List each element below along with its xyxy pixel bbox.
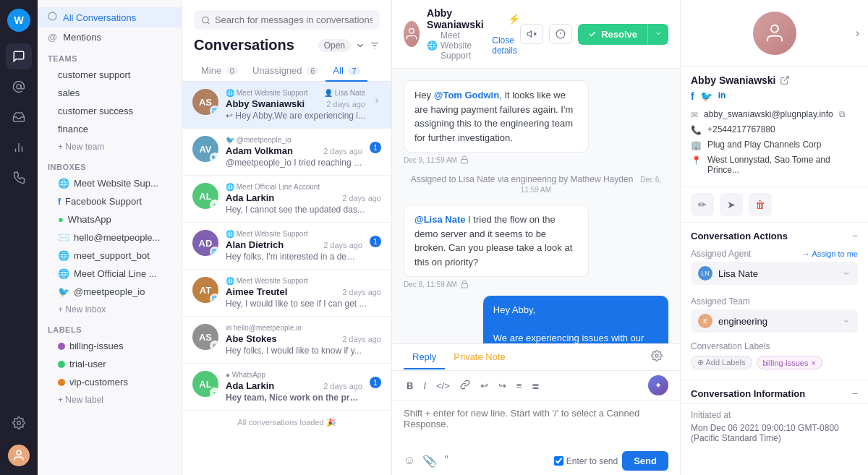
labels-section-title: Labels <box>38 318 182 337</box>
conv-item-ada-wa[interactable]: AL ● ● WhatsApp Ada Larkin 2 days ago He… <box>182 364 391 411</box>
search-bar[interactable] <box>194 10 380 30</box>
sidebar-inbox-website[interactable]: 🌐 Meet Website Sup... <box>38 174 182 192</box>
undo-button[interactable]: ↩ <box>477 379 491 393</box>
bold-button[interactable]: B <box>404 379 416 393</box>
sidebar-team-customer-success[interactable]: customer success <box>38 102 182 120</box>
sidebar-label-billing[interactable]: billing-issues <box>38 337 182 355</box>
external-link-icon[interactable] <box>780 75 790 85</box>
attachment-icon[interactable]: 📎 <box>422 454 437 468</box>
nav-mentions[interactable] <box>6 74 32 100</box>
assign-to-me-link[interactable]: → Assign to me <box>802 249 858 258</box>
sidebar-inbox-twitter[interactable]: 🐦 @meetpeople_io <box>38 283 182 301</box>
sidebar-label-trial[interactable]: trial-user <box>38 355 182 373</box>
sidebar-all-conversations[interactable]: All Conversations <box>38 7 182 27</box>
sidebar-team-sales[interactable]: sales <box>38 84 182 102</box>
new-team-button[interactable]: + New team <box>38 138 182 155</box>
filter-icon[interactable] <box>370 40 380 51</box>
team-dropdown-icon <box>842 317 851 325</box>
nav-campaigns[interactable] <box>6 165 32 191</box>
team-avatar: E <box>698 314 712 328</box>
status-open-badge[interactable]: Open <box>318 39 351 52</box>
svg-marker-13 <box>527 31 531 37</box>
sidebar-team-finance[interactable]: finance <box>38 120 182 138</box>
contact-email-row: ✉ abby_swaniawski@plugnplay.info ⧉ <box>691 109 858 120</box>
info-button[interactable] <box>549 24 572 44</box>
reply-options-icon[interactable] <box>645 344 668 370</box>
resolve-button[interactable]: Resolve <box>578 24 647 45</box>
link-button[interactable] <box>457 378 473 393</box>
team-select[interactable]: E engineering <box>691 309 858 333</box>
conv-content-adam: 🐦 @meetpeople_io Adam Volkman 2 days ago… <box>226 136 362 168</box>
conv-name-ada-line: Ada Larkin <box>226 192 274 203</box>
conv-item-ada-line[interactable]: AL ● 🌐 Meet Official Line Account Ada La… <box>182 176 391 223</box>
reply-tab-reply[interactable]: Reply <box>404 346 445 369</box>
right-panel-collapse[interactable]: › <box>856 27 859 40</box>
tab-unassigned[interactable]: Unassigned 6 <box>245 61 326 82</box>
new-label-button[interactable]: + New label <box>38 391 182 408</box>
reply-footer-icons: ☺ 📎 " <box>404 454 448 468</box>
sidebar-inbox-bot[interactable]: 🌐 meet_support_bot <box>38 247 182 265</box>
add-labels-button[interactable]: ⊕ Add Labels <box>691 356 752 369</box>
sidebar-label-vip[interactable]: vip-customers <box>38 373 182 391</box>
app-logo[interactable]: W <box>7 9 30 32</box>
svg-rect-20 <box>461 284 467 288</box>
conv-item-aimee[interactable]: AT 🌐 🌐 Meet Website Support Aimee Treute… <box>182 270 391 317</box>
conv-name-aimee: Aimee Treutel <box>226 286 287 297</box>
conv-info-toggle[interactable]: − <box>852 388 858 399</box>
linkedin-social-icon[interactable]: in <box>718 90 726 102</box>
twitter-social-icon[interactable]: 🐦 <box>700 90 712 102</box>
svg-point-0 <box>17 85 21 89</box>
agent-select[interactable]: LN Lisa Nate <box>691 262 858 285</box>
code-button[interactable]: </> <box>433 379 453 393</box>
conv-unread-ada-wa: 1 <box>370 377 381 388</box>
tab-all[interactable]: All 7 <box>326 61 367 82</box>
quote-icon[interactable]: " <box>444 454 448 468</box>
italic-button[interactable]: I <box>420 379 429 393</box>
conv-name-alan: Alan Dietrich <box>226 239 284 250</box>
bullet-list-button[interactable]: ≡ <box>514 379 525 393</box>
close-details-link[interactable]: Close details <box>492 35 520 56</box>
sidebar-mentions[interactable]: @ Mentions <box>38 27 182 47</box>
numbered-list-button[interactable]: ≣ <box>529 379 542 393</box>
sidebar-inbox-line[interactable]: 🌐 Meet Official Line ... <box>38 265 182 283</box>
user-avatar[interactable] <box>8 445 30 466</box>
nav-analytics[interactable] <box>6 134 32 161</box>
sidebar-team-customer-support[interactable]: customer support <box>38 66 182 84</box>
reply-textarea[interactable] <box>392 401 680 444</box>
copy-email-icon[interactable]: ⧉ <box>839 109 846 119</box>
nav-inbox[interactable] <box>6 104 32 130</box>
sidebar-inbox-whatsapp[interactable]: ● WhatsApp <box>38 210 182 228</box>
conv-item-adam[interactable]: AV 🐦 🐦 @meetpeople_io Adam Volkman 2 day… <box>182 129 391 176</box>
mute-button[interactable] <box>520 24 543 44</box>
delete-contact-button[interactable]: 🗑 <box>749 193 772 216</box>
conv-bottom-note: All conversations loaded 🎉 <box>182 411 391 435</box>
contact-actions: ✏ ➤ 🗑 <box>681 187 868 223</box>
nav-conversations[interactable] <box>6 43 32 69</box>
resolve-dropdown-button[interactable] <box>647 24 668 45</box>
edit-contact-button[interactable]: ✏ <box>691 193 714 216</box>
sidebar-inbox-facebook[interactable]: f Facebook Support <box>38 192 182 210</box>
conv-item-alan[interactable]: AD 🌐 🌐 Meet Website Support Alan Dietric… <box>182 223 391 270</box>
conv-initiated-time: Mon Dec 06 2021 09:00:10 GMT-0800 (Pacif… <box>691 423 858 443</box>
search-input[interactable] <box>215 14 373 25</box>
sidebar-inbox-email[interactable]: ✉️ hello@meetpeople... <box>38 228 182 247</box>
send-contact-button[interactable]: ➤ <box>720 193 743 216</box>
reply-tab-private[interactable]: Private Note <box>445 346 514 369</box>
facebook-social-icon[interactable]: f <box>691 90 694 102</box>
enter-to-send-checkbox[interactable]: Enter to send <box>554 456 618 466</box>
enter-to-send-check[interactable] <box>554 456 563 466</box>
emoji-icon[interactable]: ☺ <box>404 454 415 468</box>
conv-actions-toggle[interactable]: − <box>852 230 858 241</box>
email-inbox-icon: ✉️ <box>58 232 69 243</box>
msg-wrapper-2: @Lisa Nate I tried the flow on the demo … <box>404 205 668 288</box>
conv-item-abe[interactable]: AS ✉ ✉ hello@meetpeople.io Abe Stokes 2 … <box>182 317 391 364</box>
new-inbox-button[interactable]: + New inbox <box>38 301 182 318</box>
nav-settings[interactable] <box>6 410 32 436</box>
redo-button[interactable]: ↪ <box>495 379 509 393</box>
send-button[interactable]: Send <box>622 451 668 471</box>
billing-label-remove[interactable]: × <box>811 359 815 367</box>
chevron-down-icon[interactable] <box>355 40 365 51</box>
tab-mine[interactable]: Mine 0 <box>194 61 245 82</box>
conv-item-abby[interactable]: AS 🌐 🌐 Meet Website Support 👤 Lisa Nate … <box>182 82 391 129</box>
ai-assist-button[interactable]: ✦ <box>648 375 668 395</box>
